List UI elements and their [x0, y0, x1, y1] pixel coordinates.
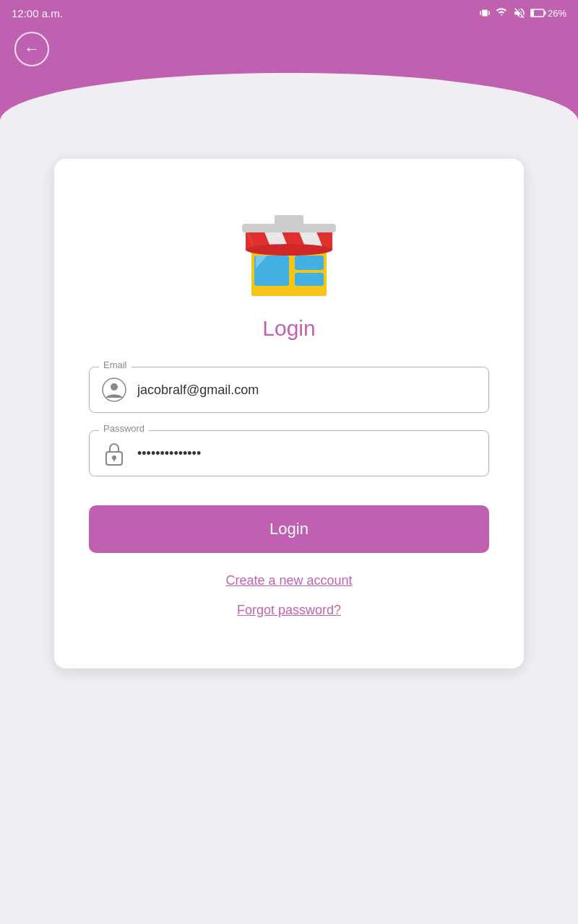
mute-icon	[513, 6, 526, 19]
email-label: Email	[99, 359, 131, 370]
svg-point-8	[246, 244, 332, 256]
create-account-link[interactable]: Create a new account	[89, 573, 489, 588]
svg-rect-12	[295, 273, 324, 286]
status-icons: 26%	[478, 6, 566, 19]
svg-rect-14	[275, 215, 303, 225]
shop-illustration	[89, 188, 489, 303]
password-input[interactable]	[137, 446, 477, 461]
svg-rect-5	[544, 12, 545, 15]
password-input-wrapper	[89, 430, 489, 476]
svg-rect-19	[113, 458, 115, 461]
svg-rect-1	[480, 11, 481, 15]
login-button[interactable]: Login	[89, 505, 489, 553]
password-label: Password	[99, 423, 149, 434]
login-title: Login	[89, 316, 489, 341]
email-input-wrapper	[89, 367, 489, 413]
wifi-icon	[496, 6, 509, 19]
status-time: 12:00 a.m.	[12, 7, 63, 19]
email-input[interactable]	[137, 383, 477, 398]
email-group: Email	[89, 367, 489, 413]
password-group: Password	[89, 430, 489, 476]
login-card: Login Email Password	[54, 159, 524, 668]
lock-icon	[101, 440, 127, 466]
svg-rect-2	[488, 11, 490, 15]
battery-percent: 26%	[548, 8, 566, 19]
svg-rect-11	[295, 256, 324, 270]
svg-point-16	[111, 383, 118, 391]
back-button[interactable]: ←	[14, 32, 49, 66]
svg-rect-0	[482, 10, 488, 17]
email-person-icon	[101, 377, 127, 403]
svg-rect-4	[531, 10, 534, 16]
battery-icon	[530, 8, 546, 18]
status-bar: 12:00 a.m. 26%	[0, 0, 578, 26]
battery-indicator: 26%	[530, 8, 566, 19]
vibrate-icon	[478, 6, 491, 19]
forgot-password-link[interactable]: Forgot password?	[89, 603, 489, 618]
back-arrow-icon: ←	[24, 41, 40, 57]
